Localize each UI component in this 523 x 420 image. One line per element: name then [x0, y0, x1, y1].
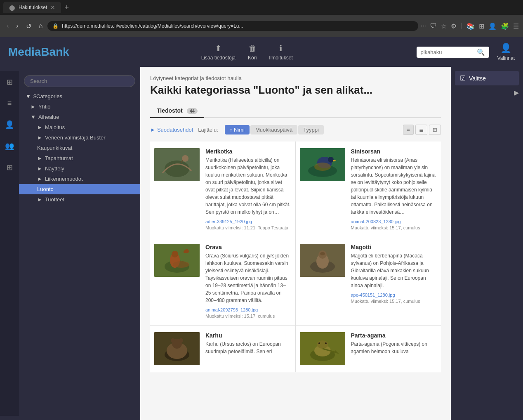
sort-btn-tyyppi[interactable]: Tyyppi: [298, 125, 324, 134]
svg-point-29: [325, 342, 327, 344]
refresh-button[interactable]: ↺: [24, 21, 34, 32]
tab-close-icon[interactable]: ✕: [50, 4, 55, 11]
menu-dots-icon[interactable]: ···: [421, 22, 426, 30]
nav-item-notifications[interactable]: ℹ Ilmoitukset: [269, 43, 292, 61]
browser-menu-icon[interactable]: ☰: [513, 22, 519, 30]
home-button[interactable]: ⌂: [36, 21, 45, 31]
result-desc-magotti: Magotti eli berberiapina (Macaca sylvanu…: [351, 252, 437, 289]
result-title-merikotka[interactable]: Merikotka: [205, 148, 291, 155]
result-filename-merikotka[interactable]: adler-339125_1920.jpg: [205, 219, 291, 224]
sidebar-item-categories[interactable]: ▼ $Categories: [19, 91, 140, 101]
view-btn-compact[interactable]: ≣: [415, 125, 427, 135]
expand-panel-button[interactable]: ▶: [455, 89, 519, 97]
result-thumb-parta-agama[interactable]: [300, 332, 345, 365]
sidebar-item-kaupunkikuvat[interactable]: Kaupunkikuvat: [19, 143, 140, 153]
sidebar-item-tuotteet[interactable]: ► Tuotteet: [19, 194, 140, 205]
result-desc-orava: Orava (Sciurus vulgaris) on jyrsijöiden …: [205, 252, 291, 304]
valitse-button[interactable]: ☑ Valitse: [455, 71, 519, 85]
sidebar-icon-group[interactable]: 👥: [2, 139, 16, 153]
sidebar-item-aihealue[interactable]: ▼ Aihealue: [19, 112, 140, 122]
avatar-icon[interactable]: 👤: [488, 22, 497, 30]
arrow-icon: ▼: [26, 93, 31, 99]
forward-button[interactable]: ›: [14, 21, 21, 31]
browser-nav: ‹ › ↺ ⌂ 🔒 https://demo.mediafiles.fi/web…: [0, 15, 523, 37]
svg-point-27: [317, 340, 328, 349]
result-title-sinisorsa[interactable]: Sinisorsan: [351, 148, 437, 155]
bookmark-icon[interactable]: ☆: [441, 22, 447, 30]
sidebar-item-nayttely[interactable]: ► Näyttely: [19, 163, 140, 174]
header-user[interactable]: 👤 Valinnat: [497, 43, 515, 61]
lizard-svg: [300, 332, 345, 365]
basket-icon: 🗑: [248, 44, 257, 53]
sidebar-item-tapahtumat-label: Tapahtumat: [45, 155, 73, 161]
result-body-magotti: Magotti Magotti eli berberiapina (Macaca…: [351, 244, 437, 319]
result-desc-parta-agama: Parta-agama (Pogona vitticeps) on agamie…: [351, 340, 437, 355]
result-meta-sinisorsa: Muokattu viimeksi: 15.17, cumulus: [351, 225, 437, 230]
sort-btn-muokkauspaiva[interactable]: Muokkauspäivä: [250, 125, 297, 134]
view-btn-grid[interactable]: ⊞: [429, 125, 441, 135]
sidebar-item-liikennemuodot[interactable]: ► Liikennemuodot: [19, 174, 140, 184]
result-filename-orava[interactable]: animal-2092793_1280.jpg: [205, 307, 291, 312]
filter-button[interactable]: ► Suodatusehdot: [150, 127, 193, 133]
sidebar-icon-list[interactable]: ≡: [5, 97, 14, 110]
result-item-orava: Orava Orava (Sciurus vulgaris) on jyrsij…: [150, 237, 296, 326]
result-thumb-magotti[interactable]: [300, 244, 345, 277]
sidebar-search-box[interactable]: [19, 71, 140, 91]
sidebar-item-majoitus[interactable]: ► Majoitus: [19, 122, 140, 132]
svg-point-7: [314, 163, 331, 171]
result-meta-orava: Muokattu viimeksi: 15.17, cumulus: [205, 314, 291, 319]
back-button[interactable]: ‹: [4, 21, 11, 31]
result-desc-karhu: Karhu (Ursus arctos) on Euroopan suurimp…: [205, 340, 291, 355]
main-body: ⊞ ≡ 👤 👥 ⊞ ▼ $Categories: [0, 67, 523, 420]
view-btn-list[interactable]: ≡: [403, 125, 414, 135]
header-search[interactable]: 🔍: [417, 47, 489, 58]
sidebar-item-veneen-label: Veneen valmistaja Buster: [45, 134, 106, 141]
sidebar-item-majoitus-label: Majoitus: [45, 124, 65, 130]
sidebar-item-veneen[interactable]: ► Veneen valmistaja Buster: [19, 132, 140, 143]
result-filename-magotti[interactable]: ape-450151_1280.jpg: [351, 293, 437, 297]
active-tab[interactable]: ⬤ Hakutulokset ✕: [3, 2, 61, 13]
sidebar-item-tapahtumat[interactable]: ► Tapahtumat: [19, 153, 140, 163]
sidebar-search-input[interactable]: [24, 75, 135, 87]
sidebar-item-luonto-label: Luonto: [37, 186, 54, 192]
results-grid: Merikotka Merikotka (Haliaeetus albicill…: [150, 142, 441, 372]
shield-icon[interactable]: 🛡: [430, 22, 437, 30]
result-title-parta-agama[interactable]: Parta-agama: [351, 332, 437, 339]
sort-btn-nimi[interactable]: ↑ Nimi: [225, 125, 250, 134]
extensions-icon[interactable]: 🧩: [501, 22, 509, 30]
library-icon[interactable]: 📚: [466, 22, 475, 30]
tab-title: Hakutulokset: [19, 5, 47, 10]
app-logo: MediaBank: [8, 45, 69, 59]
sidebar-icon-users[interactable]: 👤: [2, 118, 16, 132]
info-icon: ℹ: [279, 43, 283, 53]
result-thumb-merikotka[interactable]: [154, 148, 200, 181]
sidebar-item-tuotteet-label: Tuotteet: [45, 196, 64, 203]
squirrel-svg: [154, 244, 200, 277]
sidebar-toggle-icon[interactable]: ⊞: [479, 22, 484, 30]
gear-icon[interactable]: ⚙: [451, 22, 457, 30]
pikahaku-input[interactable]: [421, 49, 474, 55]
sort-label: Lajittelu:: [198, 127, 218, 133]
sidebar-icon-apps[interactable]: ⊞: [4, 160, 15, 175]
new-tab-button[interactable]: +: [61, 3, 72, 12]
nav-item-add-files[interactable]: ⬆ Lisää tiedostoja: [201, 43, 236, 61]
svg-point-22: [171, 338, 175, 342]
result-thumb-sinisorsa[interactable]: [300, 148, 345, 181]
result-filename-sinisorsa[interactable]: animal-200823_1280.jpg: [351, 219, 437, 224]
sidebar-item-luonto[interactable]: Luonto: [19, 184, 140, 194]
sidebar-icon-grid[interactable]: ⊞: [4, 75, 15, 89]
tab-tiedostot[interactable]: Tiedostot 44: [150, 104, 204, 118]
sidebar-item-yhtio[interactable]: ► Yhtiö: [19, 101, 140, 112]
result-item-karhu: Karhu Karhu (Ursus arctos) on Euroopan s…: [150, 326, 296, 372]
nav-item-basket[interactable]: 🗑 Kori: [248, 44, 257, 61]
select-icon: ☑: [460, 74, 466, 82]
sidebar-item-nayttely-label: Näyttely: [45, 165, 64, 172]
result-item-merikotka: Merikotka Merikotka (Haliaeetus albicill…: [150, 142, 296, 237]
result-title-karhu[interactable]: Karhu: [205, 332, 291, 339]
arrow-icon: ►: [37, 165, 42, 172]
result-title-magotti[interactable]: Magotti: [351, 244, 437, 250]
result-thumb-orava[interactable]: [154, 244, 200, 277]
result-title-orava[interactable]: Orava: [205, 244, 291, 250]
result-thumb-karhu[interactable]: [154, 332, 200, 365]
address-bar[interactable]: 🔒 https://demo.mediafiles.fi/webclient/c…: [47, 21, 418, 31]
